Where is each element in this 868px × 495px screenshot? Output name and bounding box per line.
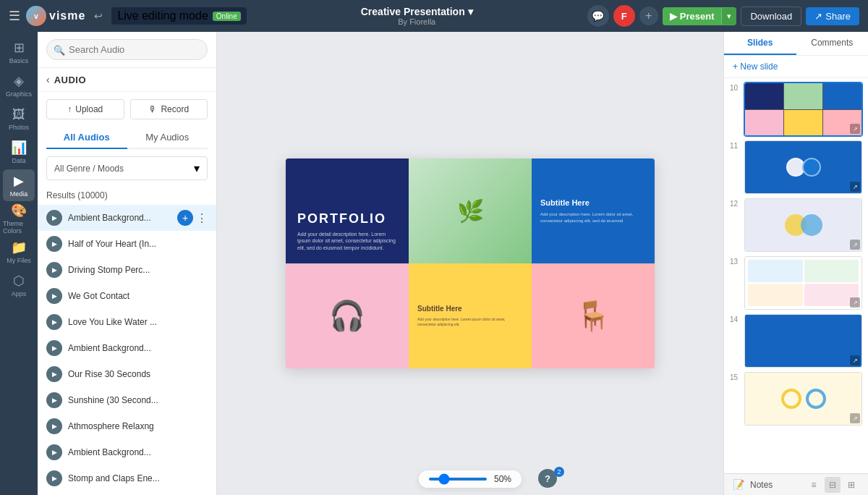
editing-mode: Live editing mode Online <box>111 7 246 25</box>
more-options-icon[interactable]: ⋮ <box>196 211 208 225</box>
audio-list-item[interactable]: ▶ Driving Stomp Perc... <box>38 257 216 283</box>
sidebar-item-apps[interactable]: ⬡ Apps <box>3 269 35 301</box>
download-button[interactable]: Download <box>741 7 801 26</box>
new-slide-button[interactable]: + New slide <box>724 56 868 78</box>
sidebar-item-media[interactable]: ▶ Media <box>3 169 35 201</box>
view-icon-grid-small[interactable]: ⊟ <box>825 477 841 493</box>
data-label: Data <box>12 157 25 164</box>
view-icon-list[interactable]: ≡ <box>806 477 822 493</box>
graphics-icon: ◈ <box>14 73 24 89</box>
sidebar-item-photos[interactable]: 🖼 Photos <box>3 103 35 135</box>
audio-play-button[interactable]: ▶ <box>46 288 62 304</box>
audio-play-button[interactable]: ▶ <box>46 392 62 408</box>
slide-preview[interactable]: ↗ <box>744 82 862 136</box>
audio-list: ▶ Ambient Backgrond... +⋮ ▶ Half of Your… <box>38 205 216 495</box>
record-button[interactable]: 🎙 Record <box>130 99 208 119</box>
audio-play-button[interactable]: ▶ <box>46 262 62 278</box>
audio-list-item[interactable]: ▶ Ambient Backgrond... <box>38 335 216 361</box>
genre-chevron-icon: ▾ <box>194 161 200 175</box>
sidebar-item-theme-colors[interactable]: 🎨 Theme Colors <box>3 203 35 234</box>
audio-list-item[interactable]: ▶ Sunshine (30 Second... <box>38 387 216 413</box>
audio-play-button[interactable]: ▶ <box>46 366 62 382</box>
audio-title: We Got Contact <box>68 291 202 301</box>
upload-button[interactable]: ↑ Upload <box>46 99 124 119</box>
title-chevron-icon[interactable]: ▾ <box>468 6 473 17</box>
view-icon-grid-large[interactable]: ⊞ <box>843 477 859 493</box>
audio-tabs: All Audios My Audios <box>46 127 208 149</box>
sidebar-item-basics[interactable]: ⊞ Basics <box>3 36 35 68</box>
back-button[interactable]: ‹ <box>46 74 50 85</box>
audio-play-button[interactable]: ▶ <box>46 210 62 226</box>
audio-list-item[interactable]: ▶ Breakthrough (No M... <box>38 491 216 495</box>
slide-preview[interactable]: ↗ <box>744 314 862 368</box>
audio-play-button[interactable]: ▶ <box>46 418 62 434</box>
slide-expand-icon: ↗ <box>850 355 860 365</box>
audio-list-item[interactable]: ▶ Athmosphere Relaxng <box>38 413 216 439</box>
comment-button[interactable]: 💬 <box>587 5 609 27</box>
audio-play-button[interactable]: ▶ <box>46 340 62 356</box>
slide-description: Add your detail description here. Lorem … <box>297 231 397 252</box>
add-audio-button[interactable]: + <box>177 210 193 226</box>
audio-list-item[interactable]: ▶ Love You Like Water ... <box>38 309 216 335</box>
slide-thumbnail[interactable]: 14 ↗ <box>730 314 862 368</box>
slide-thumbnail[interactable]: 15 ↗ <box>730 372 862 426</box>
slide-thumbnail[interactable]: 11 ↗ <box>730 140 862 194</box>
slide-preview[interactable]: ↗ <box>744 198 862 252</box>
presentation-title: Creative Presentation <box>361 6 465 17</box>
audio-list-item[interactable]: ▶ Ambient Backgrond... +⋮ <box>38 205 216 231</box>
slide-number: 13 <box>730 258 740 266</box>
slide-number: 11 <box>730 142 740 150</box>
headphones-image: 🎧 <box>329 299 365 333</box>
audio-list-item[interactable]: ▶ Our Rise 30 Seconds <box>38 361 216 387</box>
audio-title: Driving Stomp Perc... <box>68 265 202 275</box>
tab-comments[interactable]: Comments <box>796 32 869 55</box>
tab-slides[interactable]: Slides <box>724 32 796 55</box>
record-icon: 🎙 <box>148 104 157 114</box>
sidebar-item-data[interactable]: 📊 Data <box>3 136 35 168</box>
slide-cell-headphones: 🎧 <box>286 263 409 368</box>
zoom-slider[interactable] <box>429 478 487 481</box>
tab-all-audios[interactable]: All Audios <box>46 127 127 149</box>
slide-thumbnail[interactable]: 10 ↗ <box>730 82 862 136</box>
sidebar-item-my-files[interactable]: 📁 My Files <box>3 236 35 268</box>
audio-list-item[interactable]: ▶ Half of Your Heart (In... <box>38 231 216 257</box>
slide-preview[interactable]: ↗ <box>744 372 862 426</box>
audio-play-button[interactable]: ▶ <box>46 470 62 486</box>
basics-label: Basics <box>9 57 29 64</box>
theme-colors-label: Theme Colors <box>3 220 35 234</box>
mode-text: Live editing mode <box>117 9 208 22</box>
tab-my-audios[interactable]: My Audios <box>127 127 208 148</box>
slide-cell-subtitle-right: Subtitle Here Add your description here.… <box>532 158 655 263</box>
genre-dropdown[interactable]: All Genre / Moods ▾ <box>46 156 208 180</box>
search-input[interactable] <box>46 39 208 60</box>
slide-preview[interactable]: ↗ <box>744 140 862 194</box>
audio-play-button[interactable]: ▶ <box>46 314 62 330</box>
topbar-center: Creative Presentation ▾ By Fiorella <box>252 6 582 26</box>
graphics-label: Graphics <box>6 90 32 98</box>
slide-cell-subtitle-center: Subtitle Here Add your description here.… <box>409 263 532 368</box>
avatar[interactable]: F <box>613 5 635 27</box>
add-collaborator-button[interactable]: + <box>639 7 658 25</box>
slide-thumbnail[interactable]: 13 ↗ <box>730 256 862 310</box>
play-icon: ▶ <box>670 11 677 22</box>
topbar: ☰ v visme ↩ Live editing mode Online Cre… <box>0 0 868 32</box>
present-dropdown-button[interactable]: ▾ <box>721 8 736 25</box>
upload-label: Upload <box>75 104 103 114</box>
audio-list-item[interactable]: ▶ Stomp and Claps Ene... <box>38 465 216 491</box>
present-main-button[interactable]: ▶ Present <box>663 7 722 25</box>
audio-list-item[interactable]: ▶ Ambient Backgrond... <box>38 439 216 465</box>
audio-play-button[interactable]: ▶ <box>46 236 62 252</box>
undo-icon[interactable]: ↩ <box>94 10 103 22</box>
audio-list-item[interactable]: ▶ We Got Contact <box>38 283 216 309</box>
icon-nav: ⊞ Basics ◈ Graphics 🖼 Photos 📊 Data ▶ Me… <box>0 32 38 495</box>
presentation-subtitle: By Fiorella <box>398 17 435 26</box>
slide-thumbnail[interactable]: 12 ↗ <box>730 198 862 252</box>
slide-preview[interactable]: ↗ <box>744 256 862 310</box>
share-button[interactable]: ↗ Share <box>806 7 859 25</box>
sidebar-item-graphics[interactable]: ◈ Graphics <box>3 69 35 101</box>
data-icon: 📊 <box>11 140 27 156</box>
audio-play-button[interactable]: ▶ <box>46 444 62 460</box>
search-section: 🔍 <box>38 32 216 68</box>
slide-canvas: PORTFOLIO Add your detail description he… <box>286 158 655 368</box>
menu-icon[interactable]: ☰ <box>9 8 20 24</box>
